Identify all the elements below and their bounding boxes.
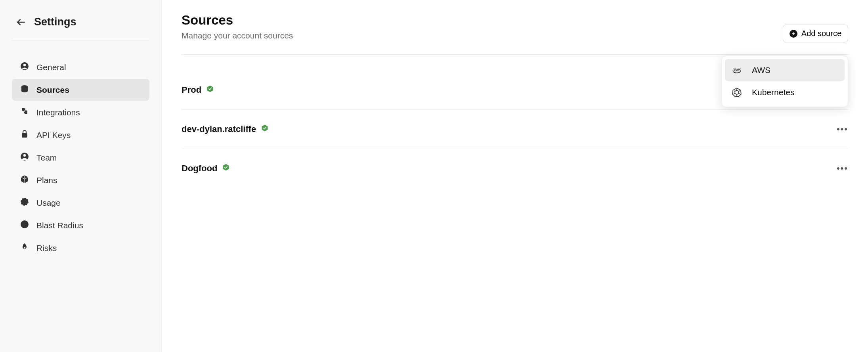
- flame-icon: [20, 242, 29, 254]
- svg-line-20: [734, 91, 735, 92]
- puzzle-icon: [20, 107, 29, 118]
- svg-line-17: [738, 93, 740, 94]
- sidebar-item-label: Integrations: [36, 108, 80, 117]
- kubernetes-icon: [731, 87, 742, 98]
- plus-circle-icon: [790, 30, 797, 38]
- sidebar-item-plans[interactable]: Plans: [12, 169, 149, 191]
- sidebar-item-sources[interactable]: Sources: [12, 79, 149, 101]
- sidebar-item-label: Team: [36, 153, 57, 163]
- main-content: Sources Manage your account sources Add …: [162, 0, 868, 352]
- lock-icon: [20, 129, 29, 141]
- cube-icon: [20, 174, 29, 186]
- dropdown-item-kubernetes[interactable]: Kubernetes: [725, 81, 845, 103]
- sidebar-item-team[interactable]: Team: [12, 147, 149, 168]
- dropdown-item-label: Kubernetes: [752, 88, 794, 97]
- add-source-label: Add source: [801, 29, 841, 38]
- status-healthy-icon: [222, 163, 230, 174]
- add-source-button[interactable]: Add source: [783, 25, 848, 42]
- source-name[interactable]: dev-dylan.ratcliffe: [182, 124, 269, 134]
- svg-line-19: [734, 93, 735, 94]
- source-name-label: Prod: [182, 85, 201, 95]
- svg-marker-22: [262, 125, 268, 132]
- svg-point-10: [24, 247, 25, 249]
- sidebar-item-integrations[interactable]: Integrations: [12, 101, 149, 123]
- svg-rect-4: [22, 133, 27, 138]
- svg-line-16: [738, 91, 740, 92]
- gauge-icon: [20, 197, 29, 209]
- sidebar-item-label: Blast Radius: [36, 221, 83, 230]
- sidebar-item-label: API Keys: [36, 130, 71, 140]
- source-row: dev-dylan.ratcliffe•••: [182, 110, 848, 149]
- sidebar-item-blast-radius[interactable]: Blast Radius: [12, 214, 149, 236]
- user-circle-icon: [20, 61, 29, 73]
- row-menu-icon[interactable]: •••: [837, 163, 848, 174]
- sidebar-item-risks[interactable]: Risks: [12, 237, 149, 259]
- sidebar-item-label: General: [36, 63, 66, 72]
- status-healthy-icon: [261, 124, 269, 134]
- svg-point-2: [23, 64, 26, 66]
- user-circle-icon: [20, 152, 29, 163]
- settings-sidebar: Settings GeneralSourcesIntegrationsAPI K…: [0, 0, 162, 352]
- sidebar-item-api-keys[interactable]: API Keys: [12, 124, 149, 146]
- dropdown-item-aws[interactable]: awsAWS: [725, 59, 845, 81]
- sidebar-header: Settings: [12, 16, 149, 40]
- sidebar-item-label: Plans: [36, 176, 57, 185]
- dropdown-item-label: AWS: [752, 65, 770, 75]
- sidebar-nav: GeneralSourcesIntegrationsAPI KeysTeamPl…: [12, 56, 149, 259]
- aws-icon: aws: [731, 65, 742, 76]
- sidebar-item-label: Sources: [36, 85, 69, 95]
- page-subtitle: Manage your account sources: [182, 31, 293, 40]
- source-name-label: Dogfood: [182, 163, 217, 174]
- source-name[interactable]: Prod: [182, 85, 214, 95]
- svg-marker-21: [207, 86, 213, 92]
- page-title: Sources: [182, 13, 293, 28]
- target-icon: [20, 220, 29, 231]
- source-name-label: dev-dylan.ratcliffe: [182, 124, 256, 134]
- sidebar-item-usage[interactable]: Usage: [12, 192, 149, 214]
- sidebar-item-label: Usage: [36, 198, 61, 208]
- svg-point-6: [23, 154, 26, 157]
- back-arrow-icon[interactable]: [16, 17, 26, 27]
- sidebar-item-label: Risks: [36, 243, 57, 253]
- page-header: Sources Manage your account sources Add …: [182, 13, 848, 55]
- status-healthy-icon: [206, 85, 214, 95]
- stack-icon: [20, 84, 29, 96]
- svg-point-14: [735, 90, 739, 94]
- sidebar-title: Settings: [34, 16, 76, 28]
- source-name[interactable]: Dogfood: [182, 163, 230, 174]
- svg-marker-23: [223, 164, 229, 171]
- sidebar-item-general[interactable]: General: [12, 56, 149, 78]
- row-menu-icon[interactable]: •••: [837, 124, 848, 134]
- add-source-dropdown: awsAWSKubernetes: [721, 55, 848, 107]
- source-row: Dogfood•••: [182, 149, 848, 188]
